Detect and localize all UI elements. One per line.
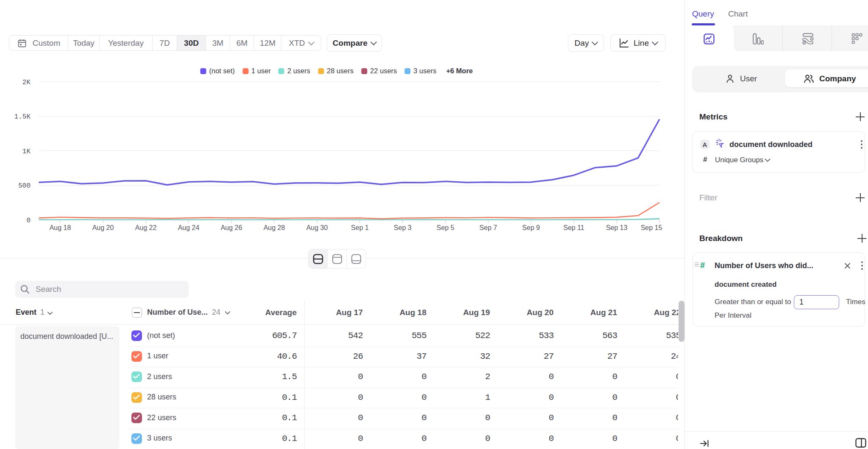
- svg-text:Sep 11: Sep 11: [563, 224, 584, 231]
- svg-text:Aug 30: Aug 30: [306, 224, 328, 231]
- svg-text:Sep 9: Sep 9: [522, 224, 540, 231]
- svg-text:Sep 13: Sep 13: [606, 224, 628, 231]
- svg-text:1K: 1K: [22, 148, 31, 155]
- svg-text:Sep 1: Sep 1: [351, 224, 369, 231]
- svg-text:Sep 5: Sep 5: [437, 224, 454, 231]
- svg-text:Aug 28: Aug 28: [264, 224, 285, 231]
- svg-text:Sep 15: Sep 15: [641, 224, 662, 231]
- svg-text:Sep 3: Sep 3: [394, 224, 412, 231]
- svg-text:500: 500: [18, 182, 31, 190]
- svg-text:Aug 26: Aug 26: [221, 224, 242, 231]
- svg-text:0: 0: [26, 217, 31, 224]
- svg-text:Sep 7: Sep 7: [479, 224, 497, 231]
- svg-text:Aug 22: Aug 22: [135, 224, 157, 231]
- svg-text:1.5K: 1.5K: [14, 113, 31, 121]
- svg-text:Aug 20: Aug 20: [92, 224, 114, 231]
- svg-text:2K: 2K: [22, 79, 31, 86]
- svg-text:Aug 24: Aug 24: [178, 224, 200, 231]
- svg-text:Aug 18: Aug 18: [50, 224, 71, 231]
